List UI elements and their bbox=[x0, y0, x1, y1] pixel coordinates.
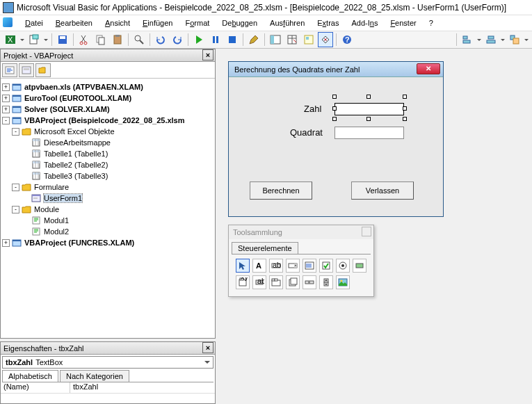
object-selector-combo[interactable]: tbxZahl TextBox bbox=[2, 356, 213, 369]
find-button[interactable] bbox=[131, 32, 147, 47]
properties-grid[interactable]: (Name) tbxZahl bbox=[1, 382, 215, 403]
expand-icon[interactable]: + bbox=[2, 106, 10, 113]
label-zahl[interactable]: Zahl bbox=[304, 104, 321, 114]
view-code-button[interactable] bbox=[2, 63, 17, 77]
tree-item[interactable]: Tabelle2 (Tabelle2) bbox=[2, 159, 213, 170]
resize-handle[interactable] bbox=[332, 95, 337, 99]
resize-handle[interactable] bbox=[332, 117, 337, 121]
menu-fenster[interactable]: Fenster bbox=[385, 17, 421, 29]
dropdown-icon[interactable] bbox=[500, 39, 506, 41]
resize-handle[interactable] bbox=[403, 117, 407, 121]
tree-item[interactable]: +atpvbaen.xls (ATPVBAEN.XLAM) bbox=[2, 81, 213, 92]
reset-button[interactable] bbox=[225, 32, 240, 47]
tool-tabstrip[interactable] bbox=[269, 275, 283, 289]
userform-designer[interactable]: Berechnung des Quadrats einer Zahl ✕ Zah… bbox=[228, 61, 444, 217]
tool-listbox[interactable] bbox=[303, 259, 316, 273]
expand-icon[interactable]: - bbox=[2, 117, 10, 124]
view-object-button[interactable] bbox=[19, 63, 34, 77]
menu-datei[interactable]: Datei bbox=[19, 17, 49, 29]
tool-textbox[interactable]: ab bbox=[269, 259, 283, 273]
menu-help[interactable]: ? bbox=[424, 17, 439, 29]
resize-handle[interactable] bbox=[366, 95, 371, 99]
tree-item[interactable]: +EuroTool (EUROTOOL.XLAM) bbox=[2, 92, 213, 104]
dropdown-icon[interactable] bbox=[476, 39, 482, 41]
resize-handle[interactable] bbox=[403, 106, 407, 111]
tool-frame[interactable]: xy bbox=[236, 275, 250, 289]
tree-item[interactable]: UserForm1 bbox=[2, 193, 213, 204]
toolbox-button[interactable] bbox=[318, 32, 333, 47]
redo-button[interactable] bbox=[170, 32, 185, 47]
tree-item[interactable]: -Formulare bbox=[2, 181, 213, 193]
menu-bearbeiten[interactable]: Bearbeiten bbox=[50, 17, 98, 29]
userform-body[interactable]: Zahl Quadrat Berechnen Verlassen bbox=[229, 77, 443, 216]
menu-einfuegen[interactable]: Einfügen bbox=[137, 17, 178, 29]
align-button[interactable] bbox=[460, 32, 475, 47]
tool-combobox[interactable] bbox=[286, 259, 300, 273]
expand-icon[interactable]: + bbox=[2, 239, 10, 247]
property-row[interactable]: (Name) tbxZahl bbox=[1, 382, 215, 394]
tree-item[interactable]: Tabelle3 (Tabelle3) bbox=[2, 170, 213, 181]
textbox-quadrat[interactable] bbox=[334, 127, 404, 139]
menu-ansicht[interactable]: Ansicht bbox=[99, 17, 136, 29]
textbox-zahl[interactable] bbox=[334, 103, 404, 115]
toolbox-tab-controls[interactable]: Steuerelemente bbox=[232, 242, 298, 254]
menu-addins[interactable]: Add-Ins bbox=[346, 17, 383, 29]
save-button[interactable] bbox=[55, 32, 70, 47]
tool-multipage[interactable] bbox=[286, 275, 300, 289]
toolbox-close-button[interactable] bbox=[362, 227, 371, 236]
expand-icon[interactable]: - bbox=[12, 206, 19, 213]
tool-spinbutton[interactable] bbox=[319, 275, 333, 289]
center-button[interactable] bbox=[483, 32, 499, 47]
view-excel-button[interactable]: X bbox=[3, 32, 18, 47]
project-tree[interactable]: +atpvbaen.xls (ATPVBAEN.XLAM)+EuroTool (… bbox=[1, 79, 215, 338]
insert-button[interactable] bbox=[26, 32, 42, 47]
object-browser-button[interactable] bbox=[301, 32, 316, 47]
cut-button[interactable] bbox=[76, 32, 92, 47]
tree-item[interactable]: Tabelle1 (Tabelle1) bbox=[2, 148, 213, 159]
run-button[interactable] bbox=[191, 32, 207, 47]
toggle-folders-button[interactable] bbox=[35, 63, 51, 77]
label-quadrat[interactable]: Quadrat bbox=[290, 127, 323, 138]
help-button[interactable]: ? bbox=[339, 32, 355, 47]
menu-format[interactable]: Format bbox=[179, 17, 215, 29]
expand-icon[interactable]: + bbox=[2, 83, 10, 91]
tree-item[interactable]: +Solver (SOLVER.XLAM) bbox=[2, 104, 213, 115]
paste-button[interactable] bbox=[110, 32, 125, 47]
userform-close-button[interactable]: ✕ bbox=[417, 63, 440, 74]
tool-togglebutton[interactable] bbox=[353, 259, 366, 273]
tree-item[interactable]: Modul1 bbox=[2, 215, 213, 226]
properties-button[interactable] bbox=[284, 32, 300, 47]
break-button[interactable] bbox=[208, 32, 223, 47]
toolbox-titlebar[interactable]: Toolsammlung bbox=[229, 225, 373, 239]
tool-label[interactable]: A bbox=[252, 259, 266, 273]
expand-icon[interactable]: + bbox=[2, 95, 10, 102]
tree-item[interactable]: DieseArbeitsmappe bbox=[2, 137, 213, 148]
button-berechnen[interactable]: Berechnen bbox=[250, 181, 312, 200]
property-value[interactable]: tbxZahl bbox=[70, 382, 215, 393]
dropdown-icon[interactable] bbox=[524, 39, 529, 41]
button-verlassen[interactable]: Verlassen bbox=[351, 181, 414, 200]
menu-extras[interactable]: Extras bbox=[312, 17, 344, 29]
design-mode-button[interactable] bbox=[246, 32, 261, 47]
toolbox-window[interactable]: Toolsammlung Steuerelemente A ab xy ab bbox=[228, 225, 374, 297]
tree-item[interactable]: Modul2 bbox=[2, 226, 213, 237]
tool-image[interactable] bbox=[336, 275, 350, 289]
menu-debuggen[interactable]: Debuggen bbox=[216, 17, 263, 29]
tool-checkbox[interactable] bbox=[319, 259, 333, 273]
tool-pointer[interactable] bbox=[236, 259, 250, 273]
menu-ausfuehren[interactable]: Ausführen bbox=[264, 17, 310, 29]
undo-button[interactable] bbox=[153, 32, 168, 47]
dropdown-icon[interactable] bbox=[19, 39, 25, 41]
expand-icon[interactable]: - bbox=[12, 128, 19, 136]
close-icon[interactable]: × bbox=[202, 49, 213, 60]
size-button[interactable] bbox=[507, 32, 522, 47]
resize-handle[interactable] bbox=[366, 117, 371, 121]
tab-kategorien[interactable]: Nach Kategorien bbox=[60, 370, 129, 382]
copy-button[interactable] bbox=[93, 32, 108, 47]
dropdown-icon[interactable] bbox=[43, 39, 49, 41]
resize-handle[interactable] bbox=[403, 95, 407, 99]
tool-optionbutton[interactable] bbox=[336, 259, 350, 273]
close-icon[interactable]: × bbox=[202, 342, 213, 353]
tool-commandbutton[interactable]: ab bbox=[252, 275, 266, 289]
tree-item[interactable]: -Microsoft Excel Objekte bbox=[2, 126, 213, 137]
